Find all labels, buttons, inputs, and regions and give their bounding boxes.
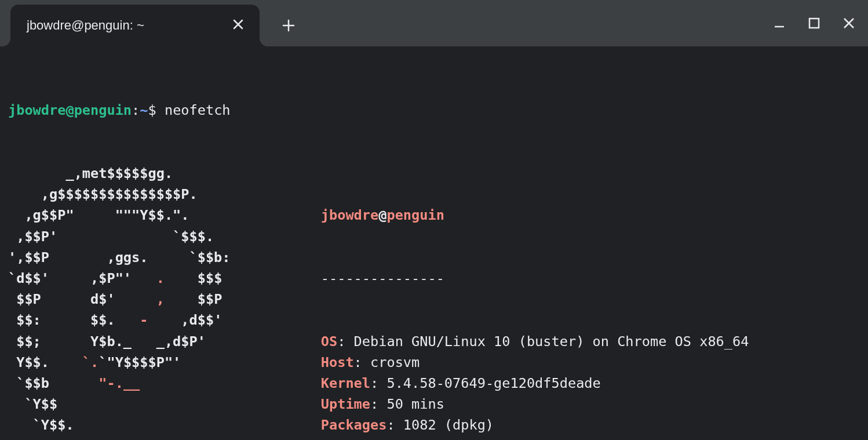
prompt-user-host: jbowdre@penguin	[8, 102, 132, 118]
ascii-line: ,$$P' `$$$.	[8, 226, 321, 247]
ascii-line: Y$$. `.`"Y$$$$P"'	[8, 352, 321, 373]
ascii-line: $$; Y$b._ _,d$P'	[8, 331, 321, 352]
ascii-line: ,g$$$$$$$$$$$$$$$P.	[8, 184, 321, 205]
info-key: Kernel	[321, 375, 370, 391]
close-window-button[interactable]	[840, 14, 858, 32]
ascii-line: ,g$$P" """Y$$.".	[8, 205, 321, 226]
ascii-line: $$: $$. - ,d$$'	[8, 310, 321, 330]
prompt-path: ~	[140, 102, 148, 118]
info-host: penguin	[386, 207, 444, 223]
info-value: 50 mins	[386, 396, 444, 412]
minimize-button[interactable]	[771, 14, 788, 32]
ascii-art: _,met$$$$$gg. ,g$$$$$$$$$$$$$$$P. ,g$$P"…	[8, 163, 321, 440]
info-row: Shell: bash 5.0.3	[321, 436, 749, 440]
close-tab-icon[interactable]	[233, 19, 243, 32]
info-row: Uptime: 50 mins	[321, 394, 749, 414]
ascii-line: ',$$P ,ggs. `$$b:	[8, 247, 321, 268]
ascii-line: $$P d$' , $$P	[8, 289, 321, 310]
prompt-line: jbowdre@penguin:~$ neofetch	[8, 100, 860, 121]
window-titlebar: jbowdre@penguin: ~	[0, 0, 868, 46]
info-value: 1082 (dpkg)	[403, 417, 494, 433]
svg-rect-0	[809, 19, 819, 28]
info-key: Shell	[321, 438, 362, 440]
info-value: crosvm	[370, 354, 420, 370]
info-row: Packages: 1082 (dpkg)	[321, 414, 749, 435]
ascii-line: `$$b.	[8, 436, 321, 440]
ascii-line: `Y$$	[8, 394, 321, 414]
info-key: OS	[321, 333, 337, 350]
maximize-button[interactable]	[805, 14, 823, 32]
new-tab-button[interactable]	[277, 14, 300, 37]
info-user: jbowdre	[321, 207, 378, 223]
info-separator: ---------------	[321, 268, 749, 289]
info-value: bash 5.0.3	[378, 438, 461, 440]
info-row: Host: crosvm	[321, 352, 749, 373]
prompt-sigil: $	[148, 102, 165, 118]
ascii-line: _,met$$$$$gg.	[8, 163, 321, 184]
tab-title: jbowdre@penguin: ~	[27, 18, 144, 33]
ascii-line: `$$b "-.__	[8, 373, 321, 394]
active-tab[interactable]: jbowdre@penguin: ~	[10, 5, 260, 46]
ascii-line: `d$$' ,$P"' . $$$	[8, 268, 321, 289]
info-key: Host	[321, 354, 354, 370]
info-row: OS: Debian GNU/Linux 10 (buster) on Chro…	[321, 331, 749, 352]
info-value: Debian GNU/Linux 10 (buster) on Chrome O…	[354, 333, 749, 350]
command-text: neofetch	[165, 102, 231, 118]
window-controls	[771, 0, 858, 46]
neofetch-info: jbowdre@penguin --------------- OS: Debi…	[321, 163, 749, 440]
info-value: 5.4.58-07649-ge120df5deade	[386, 375, 600, 391]
info-key: Packages	[321, 417, 387, 433]
info-key: Uptime	[321, 396, 370, 412]
info-row: Kernel: 5.4.58-07649-ge120df5deade	[321, 373, 749, 394]
ascii-line: `Y$$.	[8, 414, 321, 435]
terminal-output[interactable]: jbowdre@penguin:~$ neofetch _,met$$$$$gg…	[0, 46, 868, 440]
